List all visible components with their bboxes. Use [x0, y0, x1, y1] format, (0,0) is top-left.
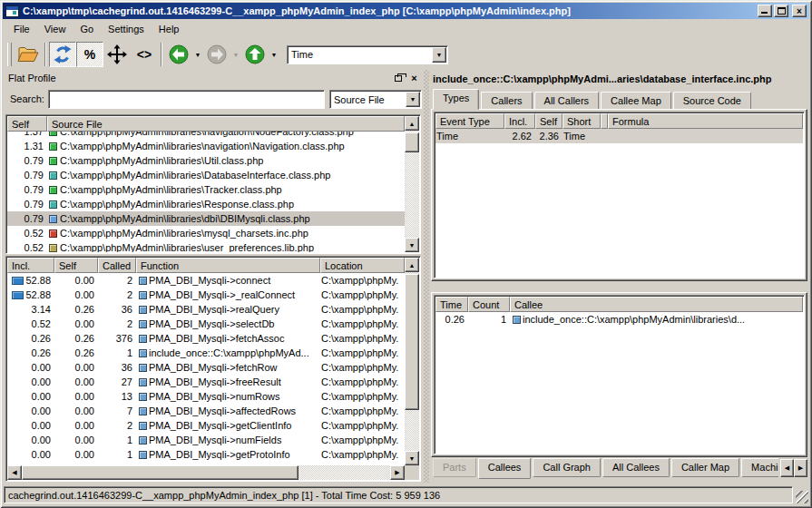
- function-row[interactable]: 0.000.007PMA_DBI_Mysqli->affectedRowsC:\…: [7, 404, 405, 418]
- function-table-body: 52.880.002PMA_DBI_Mysqli->connectC:\xamp…: [7, 273, 405, 465]
- scroll-left-icon[interactable]: ◀: [7, 465, 22, 480]
- function-row[interactable]: 0.000.0036PMA_DBI_Mysqli->fetchRowC:\xam…: [7, 360, 405, 375]
- function-row[interactable]: 0.000.001PMA_DBI_Mysqli->numFieldsC:\xam…: [7, 433, 405, 447]
- toolbar-handle[interactable]: [7, 43, 12, 66]
- function-row[interactable]: 52.880.002PMA_DBI_Mysqli->_realConnectC:…: [7, 288, 405, 302]
- column-header-count[interactable]: Count: [468, 297, 510, 312]
- tab-call-graph[interactable]: Call Graph: [533, 458, 601, 477]
- file-list-vscrollbar[interactable]: ▲ ▼: [405, 116, 419, 252]
- tab-source-code[interactable]: Source Code: [673, 92, 751, 110]
- dock-float-button[interactable]: [392, 73, 404, 83]
- minimize-button[interactable]: [758, 5, 772, 17]
- file-type-icon: [49, 142, 57, 151]
- file-row[interactable]: 0.79C:\xampp\phpMyAdmin\libraries\dbi\DB…: [7, 211, 405, 226]
- up-dropdown-arrow[interactable]: ▼: [269, 42, 279, 67]
- file-row[interactable]: 0.52C:\xampp\phpMyAdmin\libraries\user_p…: [7, 240, 405, 252]
- menu-help[interactable]: Help: [152, 21, 187, 37]
- column-header-source-file[interactable]: Source File: [47, 116, 405, 132]
- function-row[interactable]: 0.000.0013PMA_DBI_Mysqli->numRowsC:\xamp…: [7, 389, 405, 404]
- forward-dropdown-arrow[interactable]: ▼: [230, 42, 241, 67]
- menu-view[interactable]: View: [37, 21, 73, 37]
- function-table-vscrollbar[interactable]: ▲ ▼: [405, 258, 419, 465]
- menu-go[interactable]: Go: [73, 21, 101, 37]
- callee-row[interactable]: 0.261include_once::C:\xampp\phpMyAdmin\l…: [435, 312, 803, 327]
- file-row[interactable]: 0.79C:\xampp\phpMyAdmin\libraries\Tracke…: [7, 182, 405, 197]
- scroll-down-icon[interactable]: ▼: [405, 451, 419, 465]
- column-header-event-type[interactable]: Event Type: [435, 113, 504, 129]
- close-button[interactable]: ×: [792, 5, 807, 17]
- tab-all-callers[interactable]: All Callers: [534, 92, 600, 110]
- horizontal-splitter[interactable]: [431, 281, 807, 292]
- column-header-incl[interactable]: Incl.: [7, 258, 54, 273]
- maximize-button[interactable]: [774, 5, 788, 17]
- tab-scroll-left-icon[interactable]: ◀: [780, 459, 794, 477]
- tab-machine[interactable]: Machine: [741, 458, 778, 477]
- file-row[interactable]: 1.31C:\xampp\phpMyAdmin\libraries\naviga…: [7, 139, 405, 153]
- function-table-hscrollbar[interactable]: ◀ ▶: [7, 465, 405, 480]
- tab-caller-map[interactable]: Caller Map: [671, 458, 739, 477]
- scrollbar-thumb[interactable]: [405, 274, 419, 410]
- scrollbar-track[interactable]: [405, 131, 419, 238]
- scrollbar-track[interactable]: [22, 465, 390, 480]
- event-type-combobox[interactable]: Time ▼: [287, 45, 448, 64]
- open-file-button[interactable]: [15, 42, 42, 67]
- file-row[interactable]: 0.79C:\xampp\phpMyAdmin\libraries\Respon…: [7, 197, 405, 211]
- percent-toggle-button[interactable]: %: [76, 42, 103, 67]
- menu-settings[interactable]: Settings: [101, 21, 152, 37]
- function-row[interactable]: 0.000.0027PMA_DBI_Mysqli->freeResultC:\x…: [7, 375, 405, 389]
- column-header-self[interactable]: Self: [54, 258, 98, 273]
- scroll-right-icon[interactable]: ▶: [390, 465, 405, 480]
- column-header-callee[interactable]: Callee: [510, 297, 803, 312]
- file-row[interactable]: 0.79C:\xampp\phpMyAdmin\libraries\Databa…: [7, 168, 405, 182]
- function-row[interactable]: 0.520.002PMA_DBI_Mysqli->selectDbC:\xamp…: [7, 317, 405, 331]
- function-icon: [139, 306, 147, 314]
- column-header-called[interactable]: Called: [98, 258, 136, 273]
- column-header-function[interactable]: Function: [136, 258, 320, 273]
- column-header-incl[interactable]: Incl.: [504, 113, 535, 129]
- scrollbar-thumb[interactable]: [405, 132, 419, 152]
- search-input[interactable]: [48, 90, 325, 109]
- relative-cost-button[interactable]: <>: [131, 42, 158, 67]
- reload-button[interactable]: [49, 42, 76, 67]
- function-row[interactable]: 3.140.2636PMA_DBI_Mysqli->realQueryC:\xa…: [7, 302, 405, 317]
- tab-types[interactable]: Types: [433, 89, 479, 110]
- grouping-combobox[interactable]: Source File ▼: [329, 90, 422, 109]
- scroll-up-icon[interactable]: ▲: [405, 258, 419, 272]
- file-row[interactable]: 1.37C:\xampp\phpMyAdmin\libraries\naviga…: [7, 132, 405, 139]
- back-dropdown-arrow[interactable]: ▼: [192, 42, 203, 67]
- tab-all-callees[interactable]: All Callees: [602, 458, 670, 477]
- scroll-down-icon[interactable]: ▼: [405, 238, 419, 252]
- menu-file[interactable]: File: [6, 21, 37, 37]
- function-row[interactable]: 0.260.26376PMA_DBI_Mysqli->fetchAssocC:\…: [7, 331, 405, 346]
- column-header-short[interactable]: Short: [563, 113, 601, 129]
- event-type-row[interactable]: Time2.622.36Time: [435, 129, 803, 143]
- column-header-self[interactable]: Self: [535, 113, 563, 129]
- column-header-self[interactable]: Self: [7, 116, 47, 132]
- dock-close-button[interactable]: ×: [408, 73, 420, 83]
- back-button[interactable]: [165, 42, 192, 67]
- column-header-location[interactable]: Location: [320, 258, 405, 273]
- dock-title-bar[interactable]: Flat Profile ×: [3, 70, 424, 86]
- combobox-dropdown-icon[interactable]: ▼: [406, 92, 420, 107]
- title-bar[interactable]: C:\xampp\tmp\cachegrind.out.1416463299-C…: [3, 3, 809, 19]
- expand-areas-button[interactable]: [103, 42, 131, 67]
- tab-callers[interactable]: Callers: [481, 92, 532, 110]
- column-header-formula[interactable]: Formula: [608, 113, 803, 129]
- up-button[interactable]: [241, 42, 269, 67]
- combobox-dropdown-icon[interactable]: ▼: [432, 47, 446, 63]
- resize-grip[interactable]: [796, 491, 808, 503]
- tab-callees[interactable]: Callees: [478, 458, 532, 479]
- file-row[interactable]: 0.79C:\xampp\phpMyAdmin\libraries\Util.c…: [7, 153, 405, 168]
- tab-scroll-right-icon[interactable]: ▶: [794, 459, 807, 477]
- scroll-up-icon[interactable]: ▲: [405, 116, 419, 131]
- column-header-time[interactable]: Time: [435, 297, 468, 312]
- scrollbar-track[interactable]: [405, 272, 419, 451]
- scrollbar-thumb[interactable]: [22, 465, 298, 480]
- file-row[interactable]: 0.52C:\xampp\phpMyAdmin\libraries\mysql_…: [7, 226, 405, 240]
- tab-callee-map[interactable]: Callee Map: [601, 92, 671, 110]
- function-row[interactable]: 0.260.261include_once::C:\xampp\phpMyAd.…: [7, 346, 405, 360]
- function-row[interactable]: 52.880.002PMA_DBI_Mysqli->connectC:\xamp…: [7, 273, 405, 288]
- function-row[interactable]: 0.000.001PMA_DBI_Mysqli->getProtoInfoC:\…: [7, 447, 405, 462]
- forward-button[interactable]: [203, 42, 230, 67]
- function-row[interactable]: 0.000.002PMA_DBI_Mysqli->getClientInfoC:…: [7, 418, 405, 433]
